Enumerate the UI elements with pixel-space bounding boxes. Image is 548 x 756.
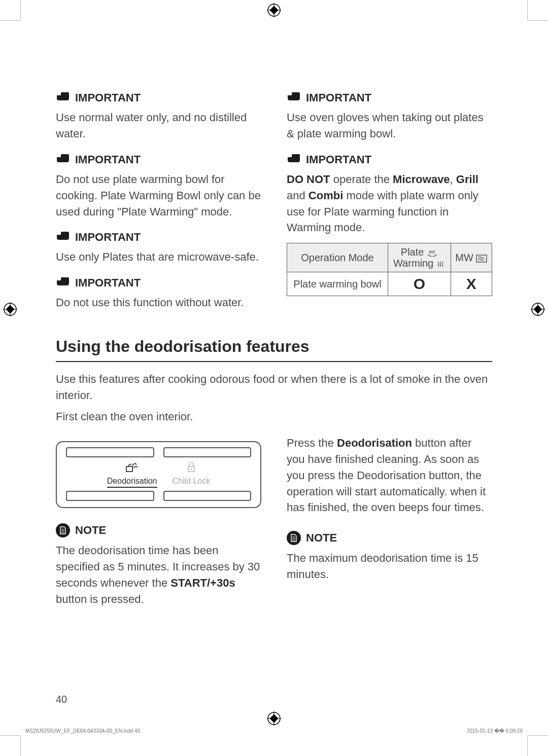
page-number: 40 [56,694,67,705]
crop-mark [20,0,21,20]
table-cell: Plate warming bowl [287,272,388,296]
important-text: Use oven gloves when taking out plates &… [287,110,492,142]
table-row: Plate warming bowl O X [287,272,492,296]
note-label: NOTE [75,524,106,537]
page-content: IMPORTANT Use normal water only, and no … [56,91,492,618]
panel-button-shape [66,447,154,457]
heat-waves-icon [436,261,446,268]
note-text: The maximum deodorisation time is 15 min… [287,550,492,583]
pointing-hand-icon [56,91,70,104]
footer-file-info: MS28J5255UW_EF_DE68-04333A-00_EN.indd 40 [25,728,140,734]
panel-button-shape [66,491,154,501]
important-block: IMPORTANT Do not use plate warming bowl … [56,153,261,220]
panel-column: Deodorisation Child Lock [56,435,261,619]
important-label: IMPORTANT [306,153,371,166]
right-column: IMPORTANT Use oven gloves when taking ou… [287,91,492,322]
panel-label: Child Lock [173,477,211,486]
crop-mark [527,0,528,20]
important-text: DO NOT operate the Microwave, Grill and … [287,171,492,236]
important-label: IMPORTANT [75,153,141,166]
registration-mark-icon [531,302,545,316]
important-block: IMPORTANT Use normal water only, and no … [56,91,261,142]
right-para-column: Press the Deodorisation button after you… [287,435,492,619]
pointing-hand-icon [56,276,70,290]
table-cell: X [451,272,492,296]
important-block: IMPORTANT Use only Plates that are micro… [56,231,261,265]
print-footer: MS28J5255UW_EF_DE68-04333A-00_EN.indd 40… [25,728,523,734]
note-label: NOTE [306,531,337,545]
crop-mark [20,736,21,756]
important-text: Use only Plates that are microwave-safe. [56,249,261,265]
bold-text: DO NOT [287,173,330,186]
instruction-text: Press the Deodorisation button after you… [287,435,492,516]
left-column: IMPORTANT Use normal water only, and no … [56,91,261,322]
panel-button-shape [163,491,252,501]
crop-mark [527,736,528,756]
registration-mark-icon [3,302,17,316]
bold-text: Deodorisation [337,437,412,449]
crop-mark [0,20,20,21]
note-document-icon [287,531,301,545]
pointing-hand-icon [56,153,70,166]
bold-text: Combi [309,189,343,202]
important-text: Do not use plate warming bowl for cookin… [56,171,261,220]
panel-button-shape [163,447,252,457]
table-header: MW [451,243,492,272]
note-block: NOTE The maximum deodorisation time is 1… [287,531,492,583]
registration-mark-icon [267,711,281,726]
pointing-hand-icon [287,153,301,166]
svg-rect-17 [126,466,132,472]
bold-text: Grill [456,173,478,186]
important-label: IMPORTANT [75,231,141,244]
deodorisation-button-illustration: Deodorisation [107,461,157,488]
important-block: IMPORTANT Do not use this function witho… [56,276,261,311]
crop-mark [0,735,20,736]
deodorisation-icon [125,461,139,475]
important-label: IMPORTANT [306,91,371,104]
important-text: Do not use this function without water. [56,295,261,311]
crop-mark [528,735,548,736]
operation-mode-table: Operation Mode Plate Warming MW [287,243,492,296]
table-cell: O [388,272,451,296]
pointing-hand-icon [56,231,70,244]
note-document-icon [56,523,70,537]
section-intro: Use this features after cooking odorous … [56,371,492,404]
section-heading: Using the deodorisation features [56,337,492,362]
bold-text: Microwave [393,173,450,186]
important-block: IMPORTANT DO NOT operate the Microwave, … [287,153,492,297]
control-panel-illustration: Deodorisation Child Lock [56,441,261,508]
microwave-waves-icon [476,255,487,263]
note-block: NOTE The deodorisation time has been spe… [56,523,261,607]
bold-text: START/+30s [170,577,235,589]
pointing-hand-icon [287,91,301,104]
crop-mark [528,20,548,21]
note-text: The deodorisation time has been specifie… [56,543,261,607]
important-label: IMPORTANT [75,276,141,290]
important-block: IMPORTANT Use oven gloves when taking ou… [287,91,492,142]
important-label: IMPORTANT [75,91,141,104]
child-lock-button-illustration: Child Lock [173,461,211,488]
important-text: Use normal water only, and no distilled … [56,110,261,142]
lock-icon [186,461,197,475]
table-header: Operation Mode [287,243,388,272]
plate-warming-icon [427,249,438,257]
section-intro-2: First clean the oven interior. [56,409,492,425]
panel-label: Deodorisation [107,477,157,488]
footer-timestamp: 2015-01-13 �� 6:09:26 [467,728,523,734]
table-header: Plate Warming [388,243,451,272]
registration-mark-icon [267,3,281,17]
